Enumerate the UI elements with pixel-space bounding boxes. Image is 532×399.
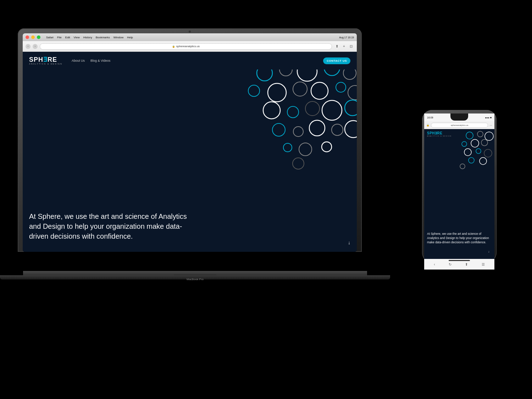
tabs-icon[interactable]: ⊡ (348, 44, 354, 49)
phone-logo-tagline: ANALYTICS & DESIGN (427, 135, 451, 137)
menu-edit[interactable]: Edit (65, 36, 70, 39)
url-lock-icon: 🔒 (172, 45, 175, 48)
back-button[interactable]: ‹ (26, 44, 31, 49)
nav-blog-videos[interactable]: Blog & Videos (90, 59, 110, 62)
hero-section: At Sphere, we use the art and science of… (23, 70, 357, 252)
maximize-dot[interactable] (37, 35, 40, 39)
svg-point-31 (464, 149, 471, 156)
phone-scroll-arrow[interactable]: ↓ (488, 250, 489, 253)
phone-menu-button[interactable]: ☰ (482, 262, 485, 266)
logo-tagline: ANALYTICS & DESIGN (29, 63, 62, 65)
scroll-down-arrow[interactable]: ↓ (348, 240, 350, 245)
menu-file[interactable]: File (57, 36, 62, 39)
macos-bar: Safari File Edit View History Bookmarks … (23, 33, 357, 41)
logo-re: RE (48, 56, 57, 63)
phone-signal-battery: ●●● ■ (485, 116, 492, 119)
scene: Safari File Edit View History Bookmarks … (0, 0, 532, 399)
macbook-label: MacBook Pro (187, 278, 204, 281)
phone-outer: 16:09 ●●● ■ 🔒 sphereanalytics.us ··· SPH… (422, 110, 497, 262)
add-tab-icon[interactable]: + (341, 44, 347, 49)
phone-circles-decoration (455, 129, 494, 172)
menu-view[interactable]: View (74, 36, 80, 39)
svg-point-29 (471, 139, 479, 147)
phone-device: 16:09 ●●● ■ 🔒 sphereanalytics.us ··· SPH… (422, 110, 497, 262)
phone-share-button[interactable]: ⬆ (465, 262, 468, 266)
forward-button[interactable]: › (33, 44, 38, 49)
phone-browser-bar: 🔒 sphereanalytics.us ··· (424, 121, 494, 129)
svg-point-32 (476, 149, 481, 154)
svg-point-33 (484, 149, 492, 157)
phone-screen: SPHƎRE ANALYTICS & DESIGN (424, 129, 494, 259)
phone-time: 16:09 (427, 116, 433, 119)
macos-clock: Aug 17 16:19 (339, 36, 354, 39)
phone-url-bar[interactable]: sphereanalytics.us (431, 123, 488, 128)
menu-history[interactable]: History (83, 36, 92, 39)
phone-lock-icon: 🔒 (426, 124, 430, 127)
url-bar[interactable]: 🔒 sphereanalytics.us (40, 43, 332, 50)
svg-point-36 (460, 164, 465, 169)
phone-ellipsis-icon[interactable]: ··· (489, 123, 492, 127)
hero-body-text: At Sphere, we use the art and science of… (29, 211, 192, 241)
phone-hero-body-text: At Sphere, we use the art and science of… (427, 232, 492, 245)
phone-refresh-button[interactable]: ↻ (449, 262, 451, 266)
macos-menu: Safari File Edit View History Bookmarks … (46, 36, 133, 39)
macos-traffic-lights (26, 35, 40, 39)
website-content: SPHƎRE ANALYTICS & DESIGN About Us Blog … (23, 52, 357, 252)
minimize-dot[interactable] (31, 35, 35, 39)
phone-back-button[interactable]: ‹ (434, 262, 435, 266)
logo-sph: SPH (29, 56, 43, 63)
close-dot[interactable] (26, 35, 29, 39)
phone-home-bar[interactable] (449, 260, 470, 261)
site-logo: SPHƎRE ANALYTICS & DESIGN (29, 56, 62, 65)
svg-point-27 (485, 132, 493, 140)
phone-logo-re: RE (437, 131, 443, 135)
svg-point-34 (469, 157, 474, 163)
share-icon[interactable]: ⬆ (334, 44, 340, 49)
phone-logo-wordmark: SPHƎRE (427, 131, 451, 135)
svg-point-30 (481, 139, 488, 146)
laptop-foot: MacBook Pro (0, 275, 390, 279)
menu-safari[interactable]: Safari (46, 36, 54, 39)
phone-screen-bezel: SPHƎRE ANALYTICS & DESIGN (424, 129, 494, 259)
contact-button[interactable]: CONTACT US (323, 57, 350, 64)
svg-point-26 (477, 131, 483, 137)
phone-notch (450, 113, 468, 121)
laptop-screen-bezel: Safari File Edit View History Bookmarks … (23, 33, 357, 252)
logo-h: Ǝ (43, 56, 48, 63)
svg-point-35 (480, 157, 487, 165)
browser-action-icons: ⬆ + ⊡ (334, 44, 354, 49)
phone-site-logo: SPHƎRE ANALYTICS & DESIGN (427, 131, 451, 137)
site-nav-links: About Us Blog & Videos (72, 59, 110, 62)
laptop-camera (189, 31, 191, 33)
site-nav: SPHƎRE ANALYTICS & DESIGN About Us Blog … (23, 52, 357, 70)
menu-help[interactable]: Help (127, 36, 133, 39)
phone-logo-sph: SPH (427, 131, 435, 135)
laptop-device: Safari File Edit View History Bookmarks … (18, 28, 372, 277)
menu-window[interactable]: Window (113, 36, 123, 39)
logo-wordmark: SPHƎRE (29, 56, 62, 63)
browser-chrome: ‹ › 🔒 sphereanalytics.us ⬆ + ⊡ (23, 41, 357, 52)
svg-point-28 (462, 142, 467, 146)
menu-bookmarks[interactable]: Bookmarks (96, 36, 110, 39)
nav-about-us[interactable]: About Us (72, 59, 85, 62)
svg-point-25 (466, 132, 473, 139)
laptop-outer: Safari File Edit View History Bookmarks … (18, 28, 362, 252)
url-text: sphereanalytics.us (176, 45, 200, 48)
